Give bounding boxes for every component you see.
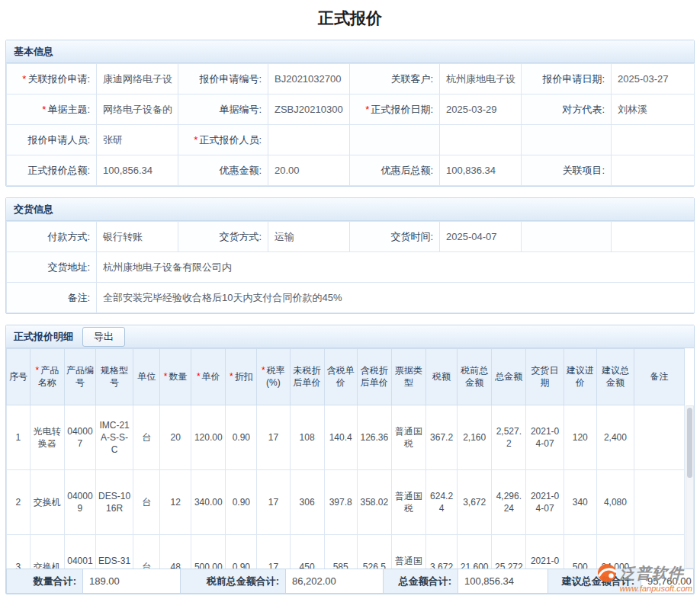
field-value [612, 222, 695, 252]
table-cell: 25,272 [492, 535, 526, 569]
field-value: 张研 [97, 125, 178, 155]
table-cell: 普通国税 [391, 470, 425, 535]
table-cell: 2,160 [458, 405, 492, 470]
column-header: *单价 [191, 349, 226, 405]
field-label: 交货地址: [7, 252, 97, 283]
summary-row: 数量合计:189.00税前总金额合计:86,202.00总金额合计:100,85… [7, 569, 694, 594]
form-row: 备注:全部安装完毕经验收合格后10天内支付合同价款的45% [7, 283, 695, 313]
field-value: 20.00 [268, 155, 350, 186]
table-row: 1光电转换器040007IMC-21A-S-S-C台20120.000.9017… [7, 405, 685, 470]
table-cell: 108 [290, 405, 324, 470]
table-cell: 358.02 [357, 470, 391, 535]
field-value: 运输 [268, 222, 350, 252]
table-cell: 120.00 [191, 405, 226, 470]
table-cell: EDS-316 [95, 535, 133, 569]
form-row: *单据主题:网络电子设备的单据编号:ZSBJ20210300*正式报价日期:20… [7, 94, 695, 125]
summary-value: 100,856.34 [458, 569, 548, 594]
field-label: 交货方式: [178, 222, 268, 252]
table-row: 2交换机040009DES-1016R台12340.000.9017306397… [7, 470, 685, 535]
table-cell: 2021-04-07 [526, 405, 564, 470]
field-label: 对方代表: [522, 94, 612, 125]
table-cell: 120 [564, 405, 596, 470]
table-cell: 2,527.2 [492, 405, 526, 470]
vertical-scrollbar[interactable] [686, 405, 694, 569]
table-cell: 17 [257, 405, 290, 470]
table-cell [634, 470, 685, 535]
field-value: 2025-03-27 [612, 64, 695, 94]
column-header: 备注 [634, 349, 685, 405]
summary-value: 86,202.00 [286, 569, 384, 594]
column-header: 建议总金额 [596, 349, 634, 405]
field-label: *正式报价人员: [178, 125, 268, 155]
table-cell: 17 [257, 535, 290, 569]
table-cell: 4,296.24 [492, 470, 526, 535]
table-cell: 17 [257, 470, 290, 535]
table-cell: 2021-04-07 [526, 535, 564, 569]
field-label: 报价申请日期: [522, 64, 612, 94]
table-cell: 台 [133, 535, 160, 569]
column-header: 规格型号 [95, 349, 133, 405]
field-label: 关联项目: [522, 155, 612, 186]
table-cell: 526.5 [357, 535, 391, 569]
field-label: 正式报价总额: [7, 155, 97, 186]
detail-header-row: 序号*产品名称产品编号规格型号单位*数量*单价*折扣*税率(%)未税折后单价含税… [7, 349, 685, 405]
column-header: *数量 [160, 349, 191, 405]
field-value: 银行转账 [97, 222, 178, 252]
column-header: 未税折后单价 [290, 349, 324, 405]
table-cell: 12 [160, 470, 191, 535]
watermark: 泛普软件 www.fanpusoft.com [597, 563, 692, 593]
table-cell: 光电转换器 [30, 405, 64, 470]
form-row: 报价申请人员:张研*正式报价人员: [7, 125, 695, 155]
field-label: 报价申请人员: [7, 125, 97, 155]
table-cell [634, 405, 685, 470]
form-row: 付款方式:银行转账交货方式:运输交货时间:2025-04-07 [7, 222, 695, 252]
field-value: 康迪网络电子设 [97, 64, 178, 94]
table-cell: 0.90 [226, 405, 257, 470]
required-marker: * [365, 104, 369, 115]
field-value: 杭州康地电子设备有限公司内 [97, 252, 695, 283]
column-header: *折扣 [226, 349, 257, 405]
table-cell: IMC-21A-S-S-C [95, 405, 133, 470]
required-marker: * [22, 73, 26, 85]
column-header: 含税单价 [324, 349, 357, 405]
table-cell: 3,672 [458, 470, 492, 535]
basic-info-section-header: 基本信息 [6, 40, 694, 63]
field-label: 单据编号: [178, 94, 268, 125]
required-marker: * [262, 365, 265, 376]
field-label: 优惠后总额: [350, 155, 440, 186]
field-value: 刘林溪 [612, 94, 695, 125]
field-value: ZSBJ20210300 [268, 94, 350, 125]
table-cell: 48 [160, 535, 191, 569]
detail-section-title: 正式报价明细 [14, 325, 73, 348]
field-label: 关联客户: [350, 64, 440, 94]
table-cell: 624.24 [426, 470, 458, 535]
field-label: 优惠金额: [178, 155, 268, 186]
field-label: *单据主题: [7, 94, 97, 125]
form-row: 交货地址:杭州康地电子设备有限公司内 [7, 252, 695, 283]
table-cell: 340.00 [191, 470, 226, 535]
field-value [612, 125, 695, 155]
table-cell: 0.90 [226, 535, 257, 569]
form-row: *关联报价申请:康迪网络电子设报价申请编号:BJ2021032700关联客户:杭… [7, 64, 695, 94]
summary-bar: 数量合计:189.00税前总金额合计:86,202.00总金额合计:100,85… [6, 569, 694, 594]
detail-table: 序号*产品名称产品编号规格型号单位*数量*单价*折扣*税率(%)未税折后单价含税… [6, 348, 685, 569]
table-cell: 397.8 [324, 470, 357, 535]
summary-label: 税前总金额合计: [181, 569, 286, 594]
table-cell: 3,672 [426, 535, 458, 569]
field-value: 2025-03-29 [440, 94, 522, 125]
field-value [612, 155, 695, 186]
field-value: 100,856.34 [97, 155, 178, 186]
table-cell: 台 [133, 470, 160, 535]
column-header: 建议进价 [564, 349, 596, 405]
table-cell: 3 [7, 535, 31, 569]
column-header: 税前总金额 [458, 349, 492, 405]
field-label: 备注: [7, 283, 97, 313]
field-value: 2025-04-07 [440, 222, 522, 252]
column-header: *税率(%) [257, 349, 290, 405]
scrollbar-thumb[interactable] [687, 408, 692, 478]
required-marker: * [36, 365, 40, 376]
table-cell: 140.4 [324, 405, 357, 470]
required-marker: * [42, 104, 46, 115]
export-button[interactable]: 导出 [82, 327, 125, 347]
required-marker: * [230, 371, 233, 382]
